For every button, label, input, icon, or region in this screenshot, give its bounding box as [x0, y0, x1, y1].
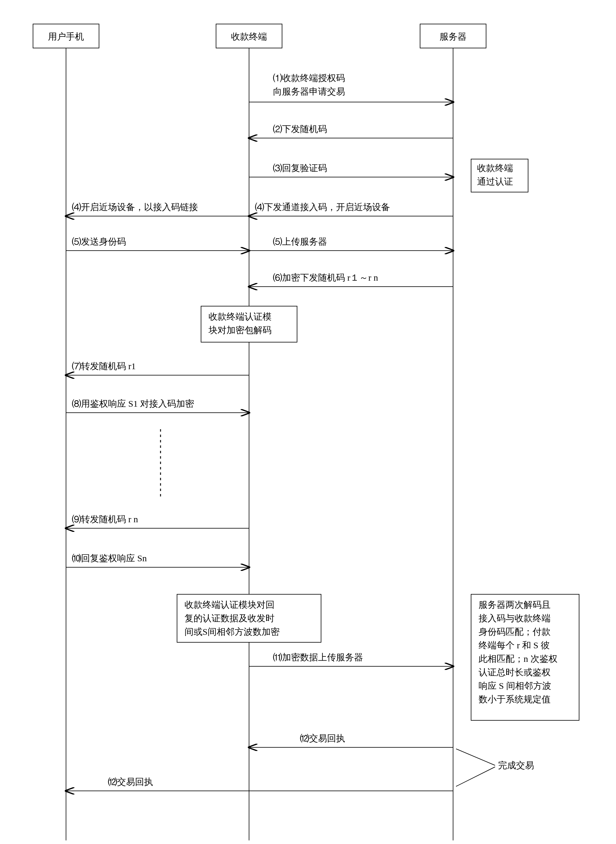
sequence-diagram: 用户手机 收款终端 服务器 ⑴收款终端授权码 向服务器申请交易 ⑵下发随机码 ⑶…	[12, 12, 616, 844]
note-server-l7: 响应 S 间相邻方波	[478, 681, 551, 691]
complete-connector-1	[456, 749, 495, 765]
actor-terminal-label: 收款终端	[231, 32, 267, 41]
note-auth-pass-l2: 通过认证	[477, 176, 513, 186]
note-server-l1: 服务器两次解码且	[478, 600, 551, 609]
note-encrypt-l1: 收款终端认证模块对回	[185, 600, 274, 609]
msg-1-line2: 向服务器申请交易	[273, 87, 345, 96]
msg-12b: ⑿交易回执	[108, 777, 153, 787]
msg-11: ⑾加密数据上传服务器	[273, 652, 363, 662]
note-server-l3: 身份码匹配；付款	[478, 627, 551, 637]
msg-4a: ⑷开启近场设备，以接入码链接	[72, 202, 198, 212]
note-encrypt-l3: 间或S间相邻方波数加密	[185, 627, 280, 637]
note-server-l2: 接入码与收款终端	[478, 613, 551, 623]
msg-3: ⑶回复验证码	[273, 163, 327, 173]
msg-2: ⑵下发随机码	[273, 124, 327, 134]
actor-server-label: 服务器	[440, 32, 466, 41]
msg-8: ⑻用鉴权响应 S1 对接入码加密	[72, 399, 194, 408]
msg-7: ⑺转发随机码 r1	[72, 361, 136, 371]
msg-5a: ⑸发送身份码	[72, 236, 126, 247]
note-server-l8: 数小于系统规定值	[478, 694, 551, 704]
complete-connector-2	[456, 767, 495, 786]
msg-10: ⑽回复鉴权响应 Sn	[72, 553, 147, 563]
msg-9: ⑼转发随机码 r n	[72, 514, 138, 524]
msg-6: ⑹加密下发随机码 r１～r n	[273, 273, 378, 282]
note-server-l5: 此相匹配；n 次鉴权	[478, 654, 557, 663]
msg-12a: ⑿交易回执	[300, 733, 345, 743]
note-auth-pass-l1: 收款终端	[477, 163, 513, 173]
note-server-l4: 终端每个 r 和 S 彼	[478, 640, 550, 650]
note-decode-l1: 收款终端认证模	[208, 311, 271, 321]
note-complete: 完成交易	[498, 760, 534, 770]
note-encrypt-l2: 复的认证数据及收发时	[185, 613, 274, 623]
note-decode-l2: 块对加密包解码	[208, 325, 271, 335]
msg-5b: ⑸上传服务器	[273, 236, 327, 247]
actor-user-phone-label: 用户手机	[48, 32, 84, 41]
msg-1-line1: ⑴收款终端授权码	[273, 73, 345, 83]
note-server-l6: 认证总时长或鉴权	[478, 667, 551, 677]
msg-4b: ⑷下发通道接入码，开启近场设备	[255, 202, 390, 212]
